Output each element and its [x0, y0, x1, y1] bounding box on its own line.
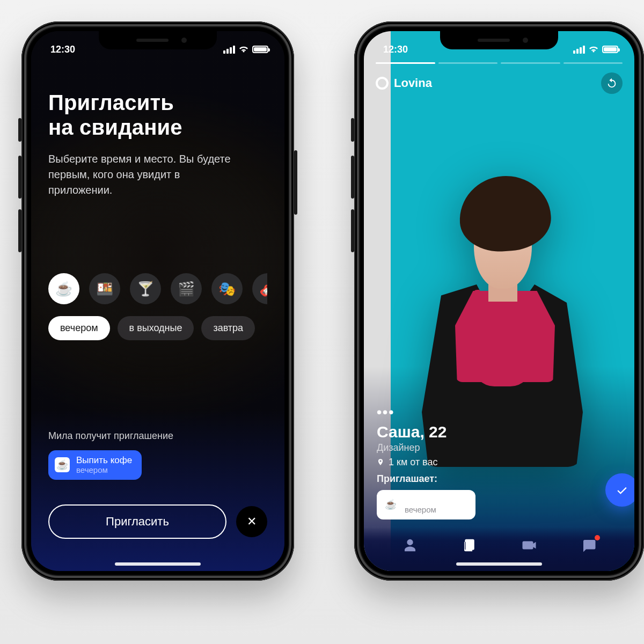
home-indicator[interactable] — [456, 562, 542, 566]
pin-icon — [377, 458, 384, 466]
activity-picker: ☕ 🍱 🍸 🎬 🎭 🎸 — [48, 273, 267, 304]
unread-badge — [595, 535, 600, 540]
time-chip-weekend[interactable]: в выходные — [118, 316, 194, 340]
check-icon — [615, 483, 629, 497]
screen: 12:30 Пригласить на свидание Выберите вр… — [31, 31, 284, 571]
time-chip-evening[interactable]: вечером — [48, 316, 110, 340]
notch — [440, 31, 558, 49]
activity-theater[interactable]: 🎭 — [211, 273, 243, 304]
page-title: Пригласить на свидание — [48, 90, 267, 140]
theater-icon: 🎭 — [218, 281, 236, 297]
invite-button[interactable]: Пригласить — [48, 504, 226, 539]
coffee-icon: ☕ — [55, 281, 72, 297]
invite-when: вечером — [76, 466, 132, 475]
app-name: Lovina — [394, 76, 432, 90]
tab-video[interactable] — [521, 537, 537, 553]
tab-cards[interactable] — [462, 537, 478, 553]
more-button[interactable]: ••• — [377, 404, 621, 421]
status-indicators — [223, 46, 268, 54]
movie-icon: 🎬 — [178, 281, 195, 297]
invite-title: Выпить кофе — [405, 495, 466, 506]
profile-occupation: Дизайнер — [377, 442, 621, 453]
invite-preview-card[interactable]: ☕ Выпить кофе вечером — [48, 450, 142, 480]
music-icon: 🎸 — [259, 281, 267, 297]
activity-music[interactable]: 🎸 — [252, 273, 267, 304]
logo-icon — [376, 77, 389, 90]
undo-icon — [606, 77, 618, 89]
invite-title: Выпить кофе — [76, 456, 132, 466]
status-indicators — [573, 46, 618, 54]
video-icon — [521, 537, 537, 553]
time-chip-tomorrow[interactable]: завтра — [201, 316, 255, 340]
tab-chat[interactable] — [581, 537, 597, 553]
activity-food[interactable]: 🍱 — [89, 273, 120, 304]
wifi-icon — [238, 46, 249, 53]
recipient-note: Мила получит приглашение — [48, 430, 267, 442]
close-icon: ✕ — [247, 515, 257, 529]
cards-icon — [462, 537, 478, 553]
like-button[interactable] — [605, 473, 634, 507]
signal-icon — [573, 46, 585, 54]
status-time: 12:30 — [50, 44, 75, 55]
home-indicator[interactable] — [115, 562, 201, 566]
notch — [99, 31, 217, 49]
status-time: 12:30 — [383, 44, 408, 55]
undo-button[interactable] — [601, 72, 623, 94]
invite-when: вечером — [405, 506, 466, 515]
app-brand[interactable]: Lovina — [376, 76, 432, 90]
tab-profile[interactable] — [402, 537, 418, 553]
wifi-icon — [588, 46, 599, 53]
battery-icon — [252, 46, 268, 53]
profile-distance: 1 км от вас — [377, 457, 621, 468]
signal-icon — [223, 46, 235, 54]
phone-frame-left: 12:30 Пригласить на свидание Выберите вр… — [21, 21, 294, 581]
close-button[interactable]: ✕ — [236, 506, 267, 537]
activity-drinks[interactable]: 🍸 — [130, 273, 161, 304]
time-picker: вечером в выходные завтра — [48, 316, 267, 340]
food-icon: 🍱 — [96, 281, 113, 297]
page-subtitle: Выберите время и место. Вы будете первым… — [48, 151, 247, 198]
invite-card[interactable]: ☕ Выпить кофе вечером — [377, 490, 475, 519]
coffee-icon: ☕ — [383, 497, 398, 512]
profile-name-age: Саша, 22 — [377, 423, 621, 441]
coffee-icon: ☕ — [55, 457, 70, 472]
drinks-icon: 🍸 — [137, 281, 154, 297]
screen: 12:30 — [364, 31, 634, 571]
chat-icon — [581, 537, 597, 553]
profile-icon — [402, 537, 418, 553]
phone-frame-right: 12:30 — [354, 21, 644, 581]
story-progress[interactable] — [376, 62, 623, 64]
invites-label: Приглашает: — [377, 473, 621, 485]
activity-movie[interactable]: 🎬 — [171, 273, 202, 304]
battery-icon — [602, 46, 618, 53]
activity-coffee[interactable]: ☕ — [48, 273, 79, 304]
